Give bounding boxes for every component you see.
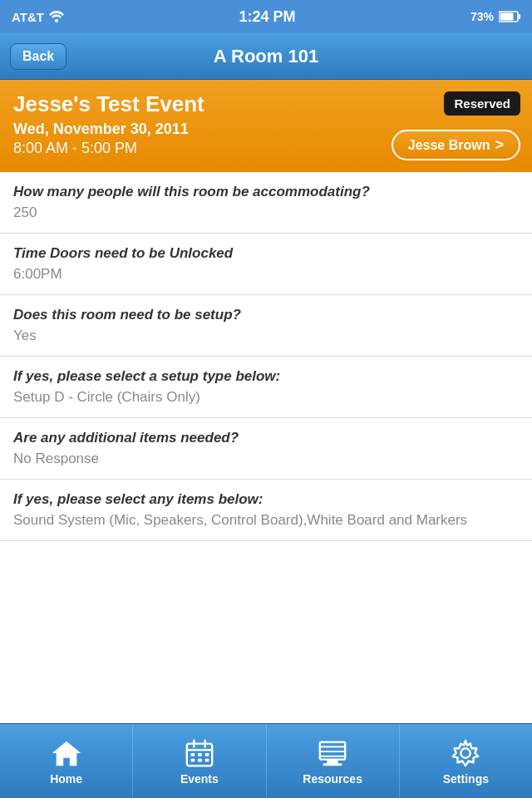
- svg-point-0: [55, 19, 58, 22]
- svg-rect-8: [190, 753, 195, 756]
- svg-rect-13: [205, 758, 209, 761]
- qa-question: Does this room need to be setup?: [13, 307, 519, 323]
- reserved-badge: Reserved: [444, 91, 520, 116]
- status-bar: AT&T 1:24 PM 73%: [0, 0, 532, 33]
- battery-icon: [499, 11, 520, 22]
- chevron-right-icon: >: [495, 136, 504, 154]
- organizer-name: Jesse Brown: [408, 138, 490, 153]
- qa-item: If yes, please select any items below:So…: [0, 480, 532, 541]
- tab-events[interactable]: Events: [133, 724, 266, 798]
- qa-item: Does this room need to be setup?Yes: [0, 295, 532, 357]
- status-right: 73%: [470, 10, 520, 23]
- qa-answer: No Response: [13, 451, 519, 467]
- wifi-icon: [49, 11, 64, 22]
- battery-text: 73%: [470, 10, 494, 23]
- svg-rect-9: [198, 753, 202, 756]
- tab-home[interactable]: Home: [0, 724, 133, 798]
- qa-item: Time Doors need to be Unlocked6:00PM: [0, 234, 532, 295]
- svg-rect-19: [323, 763, 342, 766]
- carrier-text: AT&T: [12, 10, 44, 24]
- status-time: 1:24 PM: [239, 8, 295, 26]
- svg-rect-10: [205, 753, 209, 756]
- qa-question: Time Doors need to be Unlocked: [13, 245, 519, 262]
- qa-answer: Setup D - Circle (Chairs Only): [13, 389, 519, 406]
- home-icon: [51, 737, 82, 769]
- tab-events-label: Events: [180, 772, 219, 786]
- tab-home-label: Home: [50, 772, 82, 786]
- svg-rect-2: [518, 14, 520, 19]
- qa-item: How many people will this room be accomm…: [0, 172, 532, 234]
- nav-bar: Back A Room 101: [0, 33, 532, 80]
- qa-answer: Sound System (Mic, Speakers, Control Boa…: [13, 512, 519, 529]
- tab-settings[interactable]: Settings: [400, 724, 532, 798]
- svg-rect-3: [500, 13, 513, 21]
- qa-answer: Yes: [13, 328, 519, 344]
- qa-item: If yes, please select a setup type below…: [0, 357, 532, 418]
- tab-resources[interactable]: Resources: [267, 724, 400, 798]
- event-header: Jesse's Test Event Wed, November 30, 201…: [0, 80, 532, 172]
- qa-answer: 6:00PM: [13, 266, 519, 283]
- resources-icon: [317, 737, 348, 769]
- organizer-button[interactable]: Jesse Brown >: [392, 130, 520, 160]
- qa-question: How many people will this room be accomm…: [13, 184, 519, 200]
- tab-bar: Home Events Resources: [0, 723, 532, 798]
- tab-resources-label: Resources: [303, 772, 362, 786]
- svg-point-20: [461, 748, 470, 757]
- settings-icon: [450, 737, 481, 769]
- qa-answer: 250: [13, 204, 519, 221]
- qa-question: If yes, please select a setup type below…: [13, 368, 519, 385]
- back-button[interactable]: Back: [10, 43, 66, 70]
- qa-item: Are any additional items needed?No Respo…: [0, 418, 532, 480]
- svg-rect-12: [198, 758, 202, 761]
- qa-question: If yes, please select any items below:: [13, 491, 519, 508]
- page-title: A Room 101: [214, 46, 318, 67]
- events-icon: [184, 737, 215, 769]
- event-title: Jesse's Test Event: [13, 91, 519, 117]
- tab-settings-label: Settings: [443, 772, 489, 786]
- svg-rect-11: [190, 758, 195, 761]
- qa-question: Are any additional items needed?: [13, 430, 519, 446]
- content-area: How many people will this room be accomm…: [0, 172, 532, 726]
- status-left: AT&T: [12, 10, 64, 24]
